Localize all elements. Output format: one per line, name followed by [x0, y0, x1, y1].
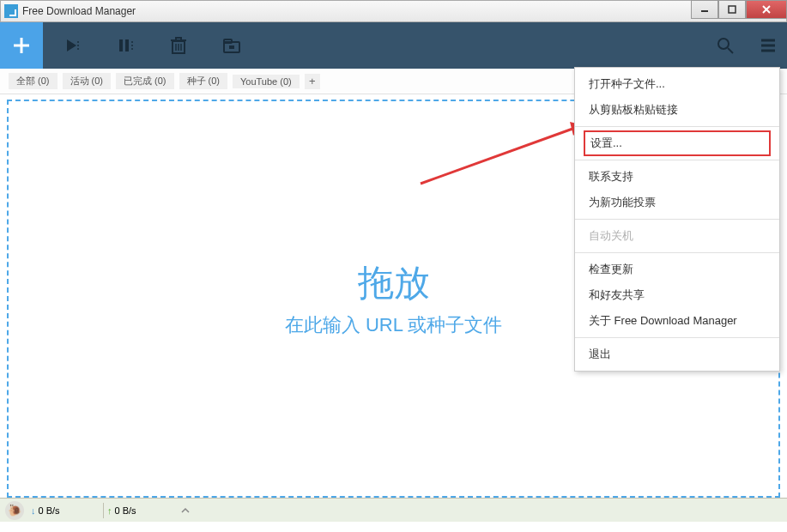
tab-active[interactable]: 活动 (0)	[63, 73, 112, 89]
menu-separator	[575, 126, 779, 127]
menu-auto-shutdown[interactable]: 自动关机	[575, 223, 779, 249]
hamburger-icon	[760, 38, 777, 53]
svg-point-12	[131, 41, 133, 43]
speed-separator	[103, 503, 104, 518]
close-button[interactable]	[746, 0, 787, 19]
trash-icon	[171, 37, 186, 54]
svg-rect-10	[119, 39, 123, 51]
search-button[interactable]	[706, 27, 744, 63]
upload-speed-value: 0 B/s	[115, 505, 136, 516]
svg-point-7	[77, 41, 79, 43]
upload-speed[interactable]: ↑ 0 B/s	[107, 505, 176, 516]
svg-point-9	[77, 48, 79, 50]
menu-share-friends[interactable]: 和好友共享	[575, 282, 779, 308]
svg-rect-11	[125, 39, 129, 51]
menu-vote-features[interactable]: 为新功能投票	[575, 190, 779, 215]
play-icon	[64, 37, 81, 54]
download-speed-value: 0 B/s	[39, 505, 60, 516]
main-menu: 打开种子文件... 从剪贴板粘贴链接 设置... 联系支持 为新功能投票 自动关…	[574, 67, 780, 372]
search-icon	[716, 36, 735, 55]
add-tab-button[interactable]: +	[305, 74, 320, 89]
tab-torrent[interactable]: 种子 (0)	[179, 73, 228, 89]
svg-point-8	[77, 45, 79, 46]
maximize-button[interactable]	[718, 0, 746, 19]
maximize-icon	[728, 5, 736, 14]
delete-button[interactable]	[154, 27, 203, 63]
menu-check-update[interactable]: 检查更新	[575, 257, 779, 282]
svg-point-14	[131, 48, 133, 50]
svg-rect-23	[229, 45, 234, 49]
svg-rect-1	[729, 6, 736, 13]
play-button[interactable]	[48, 27, 96, 63]
dropzone-subtitle: 在此输入 URL 或种子文件	[285, 312, 502, 338]
window-controls	[691, 0, 787, 19]
svg-line-25	[728, 48, 733, 53]
menu-separator	[575, 219, 779, 220]
menu-separator	[575, 252, 779, 253]
minimize-button[interactable]	[691, 0, 718, 19]
folder-icon	[222, 38, 241, 53]
window-title: Free Download Manager	[22, 5, 783, 17]
menu-about[interactable]: 关于 Free Download Manager	[575, 308, 779, 334]
menu-separator	[575, 337, 779, 338]
svg-point-13	[131, 45, 133, 46]
menu-contact-support[interactable]: 联系支持	[575, 164, 779, 190]
dropzone-title: 拖放	[358, 259, 430, 307]
pause-button[interactable]	[101, 27, 149, 63]
close-icon	[761, 4, 772, 15]
plus-icon	[11, 35, 32, 56]
status-expand-button[interactable]	[181, 507, 198, 514]
menu-separator	[575, 160, 779, 160]
tab-completed[interactable]: 已完成 (0)	[116, 73, 174, 89]
svg-rect-17	[176, 38, 181, 40]
toolbar	[0, 22, 787, 69]
pause-icon	[117, 37, 134, 54]
app-icon	[4, 4, 18, 18]
add-download-button[interactable]	[0, 22, 43, 69]
statusbar: 🐌 ↓ 0 B/s ↑ 0 B/s	[0, 498, 787, 522]
tab-all[interactable]: 全部 (0)	[9, 73, 58, 89]
tab-youtube[interactable]: YouTube (0)	[233, 75, 300, 88]
titlebar: Free Download Manager	[0, 0, 787, 22]
download-arrow-icon: ↓	[31, 505, 36, 516]
minimize-icon	[700, 5, 709, 14]
menu-open-torrent[interactable]: 打开种子文件...	[575, 71, 779, 97]
hamburger-menu-button[interactable]	[749, 27, 787, 63]
menu-settings[interactable]: 设置...	[584, 130, 771, 156]
snail-mode-button[interactable]: 🐌	[5, 501, 24, 520]
svg-marker-6	[67, 39, 76, 51]
menu-paste-clipboard[interactable]: 从剪贴板粘贴链接	[575, 97, 779, 123]
svg-point-24	[718, 39, 729, 49]
menu-exit[interactable]: 退出	[575, 342, 779, 367]
upload-arrow-icon: ↑	[107, 505, 112, 516]
chevron-up-icon	[181, 507, 190, 514]
folder-button[interactable]	[208, 27, 256, 63]
download-speed[interactable]: ↓ 0 B/s	[31, 505, 100, 516]
